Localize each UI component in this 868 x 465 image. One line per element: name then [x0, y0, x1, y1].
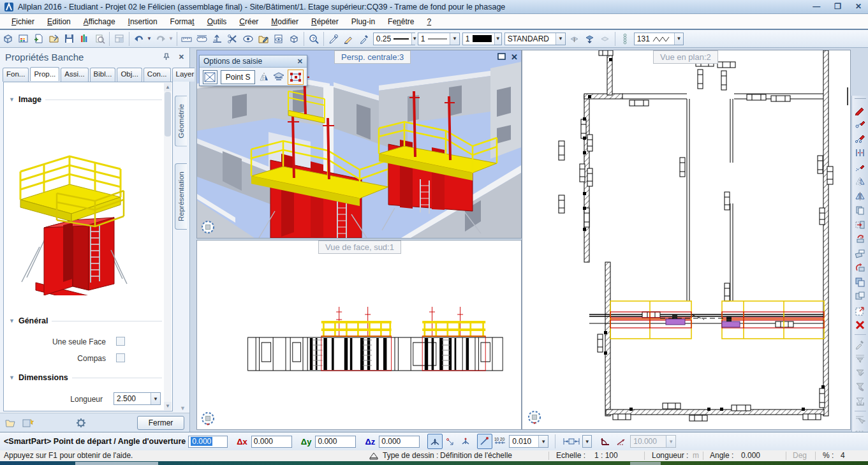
viewport-label-perspective[interactable]: Persp. centrale:3 [334, 50, 411, 64]
tab-fonctions[interactable]: Fon... [3, 68, 29, 82]
angle-free-icon[interactable] [614, 434, 629, 449]
open-favorite-icon[interactable] [5, 418, 16, 427]
pen-thickness-dropdown[interactable]: 0.25▼ [373, 33, 415, 45]
3d-view-icon[interactable] [0, 31, 15, 47]
pen-color-dropdown[interactable]: 1▼ [462, 33, 502, 45]
palette-scrollbar[interactable]: ▲▼ [164, 83, 172, 410]
navigation-compass-icon[interactable] [201, 220, 215, 234]
point-tripod-icon[interactable] [458, 434, 473, 449]
ruler-icon[interactable] [179, 31, 195, 47]
filter-solid-icon[interactable] [853, 380, 867, 395]
mirror-half-icon[interactable] [853, 175, 867, 189]
angle-quadrant-icon[interactable] [598, 434, 614, 449]
dimension-mode-icon[interactable] [561, 434, 582, 449]
tab-bibliotheque[interactable]: Bibl... [90, 68, 116, 82]
flip-icon[interactable] [853, 246, 867, 261]
menu-fenetre[interactable]: Fenêtre [381, 15, 420, 28]
options-close-icon[interactable]: ✕ [297, 57, 303, 66]
elevation-icon[interactable] [210, 31, 225, 47]
coord-tripod-icon[interactable] [427, 434, 443, 449]
point-snap-icon[interactable] [443, 434, 458, 449]
resize-region-icon[interactable] [853, 304, 867, 318]
group-sheets-icon[interactable] [853, 290, 867, 304]
rotate-icon[interactable] [853, 261, 867, 276]
save-icon[interactable] [61, 31, 77, 47]
clipboard-eye-icon[interactable] [271, 31, 286, 47]
viewport-close-icon[interactable]: ✕ [511, 52, 518, 62]
close-button[interactable]: ✕ [855, 2, 862, 11]
status-length-unit[interactable]: m [693, 451, 699, 460]
point-s-button[interactable]: Point S [221, 70, 256, 84]
navigation-compass-icon[interactable] [527, 410, 541, 424]
section-general[interactable]: ▼Général [9, 316, 162, 325]
copy-icon[interactable] [853, 203, 867, 218]
viewport-maximize-icon[interactable] [497, 53, 506, 62]
viewport-label-plan[interactable]: Vue en plan:2 [653, 50, 718, 64]
status-angle-unit[interactable]: Deg [793, 451, 807, 460]
menu-modifier[interactable]: Modifier [265, 15, 305, 28]
undo-icon[interactable] [131, 31, 147, 47]
layer-set-icon[interactable] [582, 31, 598, 47]
filter-pen-icon[interactable] [853, 365, 867, 380]
mirror-small-icon[interactable] [258, 71, 269, 83]
print-icon[interactable] [77, 31, 92, 47]
side-tab-representation[interactable]: Représentation [175, 163, 187, 230]
viewport-plan[interactable]: Vue en plan:2 [522, 50, 851, 430]
modify-points-icon[interactable] [853, 131, 867, 146]
status-type-value[interactable]: Définition de l'échelle [440, 451, 512, 460]
copy-into-icon[interactable] [853, 218, 867, 232]
open-icon[interactable] [46, 31, 61, 47]
align-sheets-icon[interactable] [853, 275, 867, 290]
linetype-dropdown[interactable]: 1▼ [418, 33, 460, 45]
viewport-front[interactable]: Vue de face, sud:1 [196, 240, 522, 430]
help-search-icon[interactable]: ? [306, 31, 321, 47]
restore-button[interactable]: ❐ [834, 2, 841, 11]
dz-input[interactable]: 0.000 [379, 436, 420, 448]
snap-distance-dropdown[interactable]: 0.010▼ [509, 435, 548, 448]
tab-assistants[interactable]: Assi... [61, 68, 88, 82]
filter-u-icon[interactable] [853, 394, 867, 409]
menu-aide[interactable]: ? [420, 15, 438, 28]
status-scale-value[interactable]: 1 : 100 [594, 451, 618, 460]
pick-properties-icon[interactable] [853, 337, 867, 351]
palette-close-icon[interactable]: ✕ [179, 53, 184, 61]
layers-small-icon[interactable] [272, 71, 284, 83]
eye-icon[interactable] [240, 31, 256, 47]
pencil-edit-icon[interactable] [341, 31, 357, 47]
box-points-icon[interactable] [288, 70, 304, 85]
menu-fichier[interactable]: Fichier [5, 15, 41, 28]
menu-repeter[interactable]: Répéter [305, 15, 345, 28]
hatch-chain-icon[interactable] [617, 31, 633, 47]
redo-dropdown[interactable]: ▼ [168, 36, 173, 41]
undo-dropdown[interactable]: ▼ [147, 36, 152, 41]
section-dimensions[interactable]: ▼Dimenssions [9, 373, 162, 382]
longueur-dropdown[interactable]: 2.500▼ [114, 392, 161, 405]
ruler-1020-icon[interactable]: 10 20 [492, 434, 508, 449]
modify-point-icon[interactable] [853, 117, 867, 132]
dy-input[interactable]: 0.000 [315, 436, 356, 448]
status-angle-value[interactable]: 0.000 [741, 451, 760, 460]
layer-up-icon[interactable] [567, 31, 582, 47]
folder-edit-icon[interactable] [256, 31, 271, 47]
menu-format[interactable]: Format [164, 15, 201, 28]
move-up-icon[interactable] [853, 232, 867, 247]
draw-pencil-icon[interactable] [853, 103, 867, 117]
menu-outils[interactable]: Outils [201, 15, 233, 28]
cube-icon[interactable] [286, 31, 302, 47]
eyedropper-icon[interactable] [357, 31, 372, 47]
save-favorite-icon[interactable] [22, 418, 34, 427]
dimension-mode-dropdown[interactable]: ▼ [582, 435, 592, 448]
dx-input[interactable]: 0.000 [251, 436, 292, 448]
side-tab-geometrie[interactable]: Géométrie [175, 96, 187, 147]
preview-icon[interactable] [92, 31, 107, 47]
gear-icon[interactable] [76, 418, 86, 428]
viewport-label-front[interactable]: Vue de face, sud:1 [318, 240, 401, 254]
status-percent-value[interactable]: 4 [841, 451, 845, 460]
window-layout-icon[interactable] [112, 31, 127, 47]
pen-check-icon[interactable] [326, 31, 341, 47]
section-image[interactable]: ▼Image [9, 95, 162, 104]
hatch-dropdown[interactable]: 131▼ [634, 33, 684, 45]
menu-plugin[interactable]: Plug-in [345, 15, 381, 28]
tab-objets[interactable]: Obj... [117, 68, 142, 82]
filter-lines-icon[interactable] [853, 351, 867, 366]
